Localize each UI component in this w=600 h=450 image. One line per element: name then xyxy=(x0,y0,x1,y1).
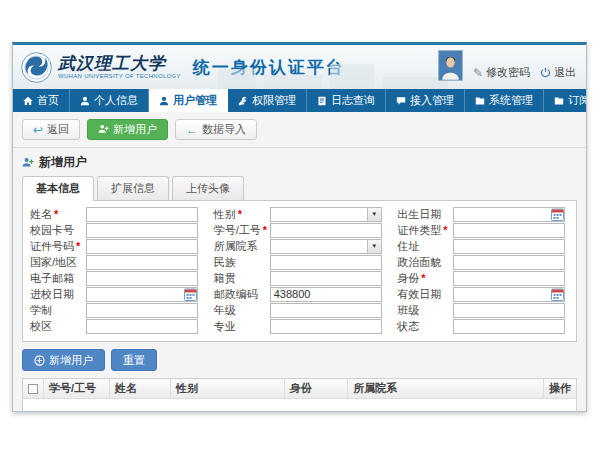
address-input[interactable] xyxy=(453,239,565,254)
tab-upload-avatar[interactable]: 上传头像 xyxy=(172,176,244,200)
pencil-icon: ✎ xyxy=(473,66,483,80)
schooling-length-input[interactable] xyxy=(86,303,198,318)
add-user-toolbar-button[interactable]: 新增用户 xyxy=(87,119,168,140)
postal-code-input[interactable] xyxy=(270,287,382,302)
birth-date-field: 出生日期 xyxy=(393,206,573,222)
field-label: 进校日期 xyxy=(30,288,74,300)
field-label: 班级 xyxy=(397,304,419,316)
identity-input[interactable] xyxy=(453,271,565,286)
user-avatar xyxy=(438,50,463,81)
nav-item-log-query[interactable]: 日志查询 xyxy=(307,89,386,112)
nav-label: 个人信息 xyxy=(94,93,138,108)
home-icon xyxy=(23,96,33,106)
gender-select[interactable]: ▼ xyxy=(270,207,382,222)
nav-item-system-management[interactable]: 系统管理 xyxy=(465,89,544,112)
tab-basic-info[interactable]: 基本信息 xyxy=(22,176,94,201)
campus-input[interactable] xyxy=(86,319,198,334)
id-type-input[interactable] xyxy=(453,223,565,238)
change-password-link[interactable]: ✎ 修改密码 xyxy=(473,65,530,80)
submit-add-user-button[interactable]: 新增用户 xyxy=(22,349,105,371)
nav-label: 系统管理 xyxy=(489,93,533,108)
col-student-id: 学号/工号 xyxy=(44,379,110,398)
form-actions: 新增用户 重置 xyxy=(22,349,577,371)
country-region-input[interactable] xyxy=(86,255,198,270)
student-id-input[interactable] xyxy=(270,223,382,238)
reset-button[interactable]: 重置 xyxy=(111,349,157,371)
chevron-down-icon: ▼ xyxy=(367,208,381,221)
back-button[interactable]: ↩ 返回 xyxy=(22,119,80,140)
email-input[interactable] xyxy=(86,271,198,286)
major-field: 专业 xyxy=(210,318,390,334)
users-icon xyxy=(159,96,169,106)
native-place-input[interactable] xyxy=(270,271,382,286)
valid-date-field: 有效日期 xyxy=(393,286,573,302)
department-select[interactable]: ▼ xyxy=(270,239,382,254)
content-area: ↩ 返回 新增用户 ← 数据导入 新增用户 基本信息 扩展信息 上传头像 xyxy=(13,112,586,412)
col-gender: 性别 xyxy=(171,379,284,398)
valid-date-input[interactable] xyxy=(453,287,565,302)
birth-date-input[interactable] xyxy=(453,207,565,222)
campus-card-input[interactable] xyxy=(86,223,198,238)
data-import-button[interactable]: ← 数据导入 xyxy=(175,119,257,140)
nav-item-personal-info[interactable]: 个人信息 xyxy=(70,89,149,112)
name-input[interactable] xyxy=(86,207,198,222)
nav-label: 接入管理 xyxy=(410,93,454,108)
access-icon xyxy=(396,96,406,106)
subscribe-folder-icon xyxy=(554,96,564,106)
name-field: 姓名* xyxy=(26,206,206,222)
nav-label: 用户管理 xyxy=(173,93,217,108)
tab-extended-info[interactable]: 扩展信息 xyxy=(97,176,169,200)
reset-label: 重置 xyxy=(123,353,145,368)
grade-input[interactable] xyxy=(270,303,382,318)
required-marker: * xyxy=(76,240,80,252)
nav-label: 首页 xyxy=(37,93,59,108)
calendar-icon[interactable] xyxy=(551,288,564,301)
status-field: 状态 xyxy=(393,318,573,334)
political-status-input[interactable] xyxy=(453,255,565,270)
major-input[interactable] xyxy=(270,319,382,334)
postal-code-field: 邮政编码 xyxy=(210,286,390,302)
calendar-icon[interactable] xyxy=(551,208,564,221)
import-arrow-icon: ← xyxy=(186,124,198,136)
field-label: 专业 xyxy=(214,320,236,332)
calendar-icon[interactable] xyxy=(184,288,197,301)
submit-label: 新增用户 xyxy=(49,353,93,368)
field-label: 籍贯 xyxy=(214,272,236,284)
change-password-label: 修改密码 xyxy=(486,65,530,80)
back-arrow-icon: ↩ xyxy=(33,124,43,136)
nav-item-user-management[interactable]: 用户管理 xyxy=(149,89,228,112)
class-input[interactable] xyxy=(453,303,565,318)
nav-item-home[interactable]: 首页 xyxy=(13,89,70,112)
logout-label: 退出 xyxy=(554,65,576,80)
address-field: 住址 xyxy=(393,238,573,254)
field-label: 邮政编码 xyxy=(214,288,258,300)
nav-label: 订阅管理 xyxy=(568,93,587,108)
university-name-en: WUHAN UNIVERSITY OF TECHNOLOGY xyxy=(58,73,181,79)
col-identity: 身份 xyxy=(284,379,348,398)
id-number-input[interactable] xyxy=(86,239,198,254)
political-status-field: 政治面貌 xyxy=(393,254,573,270)
select-all-checkbox[interactable] xyxy=(28,384,38,394)
field-label: 证件号码 xyxy=(30,240,74,252)
nav-label: 日志查询 xyxy=(331,93,375,108)
field-label: 住址 xyxy=(397,240,419,252)
nav-item-permission-management[interactable]: 权限管理 xyxy=(228,89,307,112)
required-marker: * xyxy=(54,208,58,220)
nav-item-subscription-management[interactable]: 订阅管理 xyxy=(544,89,587,112)
id-type-field: 证件类型* xyxy=(393,222,573,238)
ethnicity-input[interactable] xyxy=(270,255,382,270)
department-field: 所属院系 ▼ xyxy=(210,238,390,254)
nav-item-access-management[interactable]: 接入管理 xyxy=(386,89,465,112)
country-region-field: 国家/地区 xyxy=(26,254,206,270)
status-input[interactable] xyxy=(453,319,565,334)
field-label: 姓名 xyxy=(30,208,52,220)
logout-link[interactable]: 退出 xyxy=(540,65,576,80)
system-folder-icon xyxy=(475,96,485,106)
university-name: 武汉理工大学 WUHAN UNIVERSITY OF TECHNOLOGY xyxy=(58,55,181,79)
plus-circle-icon xyxy=(34,355,45,366)
required-marker: * xyxy=(238,208,242,220)
toolbar: ↩ 返回 新增用户 ← 数据导入 xyxy=(13,112,586,148)
entry-date-input[interactable] xyxy=(86,287,198,302)
user-icon xyxy=(80,96,90,106)
identity-field: 身份* xyxy=(393,270,573,286)
